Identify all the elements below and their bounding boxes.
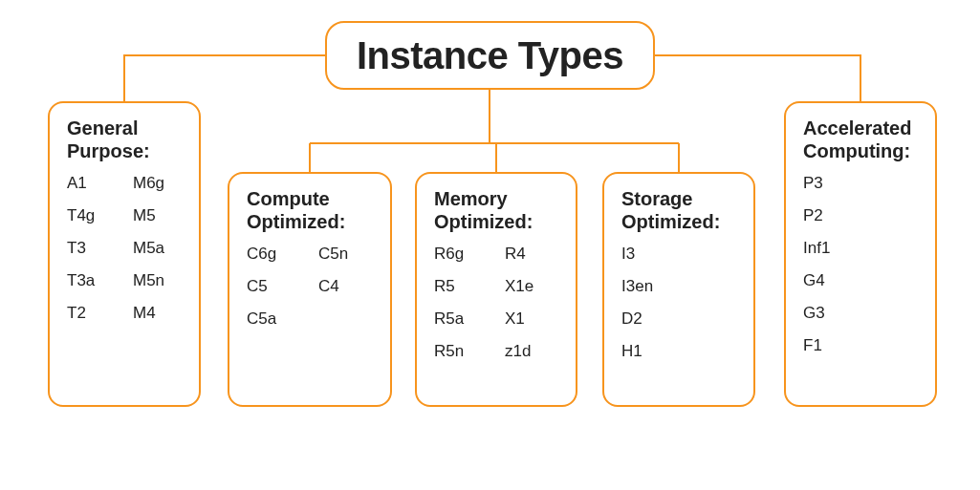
category-accelerated-computing: Accelerated Computing: P3 P2 Inf1 G4 G3 … (784, 101, 937, 407)
category-title: Memory Optimized: (434, 187, 558, 233)
item-grid: R6g R4 R5 X1e R5a X1 R5n z1d (434, 245, 558, 361)
category-title: Accelerated Computing: (803, 117, 918, 162)
item-grid: I3 I3en D2 H1 (621, 245, 736, 361)
instance-type: C5a (247, 309, 301, 329)
instance-type: M5n (133, 271, 182, 290)
instance-type (318, 309, 373, 329)
instance-type: G3 (803, 304, 918, 323)
instance-type: P2 (803, 206, 918, 225)
instance-type: I3en (621, 277, 736, 296)
instance-type: T2 (67, 304, 116, 323)
instance-type: R5n (434, 342, 488, 361)
category-compute-optimized: Compute Optimized: C6g C5n C5 C4 C5a (228, 172, 392, 407)
root-node: Instance Types (325, 21, 655, 90)
instance-type: H1 (621, 342, 736, 361)
instance-type: R5 (434, 277, 488, 296)
instance-type: Inf1 (803, 239, 918, 258)
instance-type: G4 (803, 271, 918, 290)
instance-type: X1e (505, 277, 558, 296)
instance-type: R5a (434, 309, 488, 329)
item-grid: P3 P2 Inf1 G4 G3 F1 (803, 174, 918, 355)
instance-type: F1 (803, 336, 918, 355)
instance-type: P3 (803, 174, 918, 193)
category-memory-optimized: Memory Optimized: R6g R4 R5 X1e R5a X1 R… (415, 172, 577, 407)
instance-type: C6g (247, 245, 301, 264)
instance-type: T3 (67, 239, 116, 258)
instance-type: M6g (133, 174, 182, 193)
root-title: Instance Types (357, 34, 623, 77)
instance-type: C5n (318, 245, 373, 264)
instance-type: C4 (318, 277, 373, 296)
instance-type: z1d (505, 342, 558, 361)
category-title: Storage Optimized: (621, 187, 736, 233)
item-grid: A1 M6g T4g M5 T3 M5a T3a M5n T2 M4 (67, 174, 182, 323)
instance-type: T3a (67, 271, 116, 290)
instance-type: M5a (133, 239, 182, 258)
instance-type: R6g (434, 245, 488, 264)
category-storage-optimized: Storage Optimized: I3 I3en D2 H1 (602, 172, 755, 407)
instance-type: C5 (247, 277, 301, 296)
instance-type: I3 (621, 245, 736, 264)
category-general-purpose: General Purpose: A1 M6g T4g M5 T3 M5a T3… (48, 101, 201, 407)
category-title: General Purpose: (67, 117, 182, 162)
category-title: Compute Optimized: (247, 187, 373, 233)
instance-type: M5 (133, 206, 182, 225)
instance-type: T4g (67, 206, 116, 225)
instance-type: M4 (133, 304, 182, 323)
item-grid: C6g C5n C5 C4 C5a (247, 245, 373, 329)
instance-type: X1 (505, 309, 558, 329)
instance-type: R4 (505, 245, 558, 264)
instance-type: D2 (621, 309, 736, 329)
instance-type: A1 (67, 174, 116, 193)
